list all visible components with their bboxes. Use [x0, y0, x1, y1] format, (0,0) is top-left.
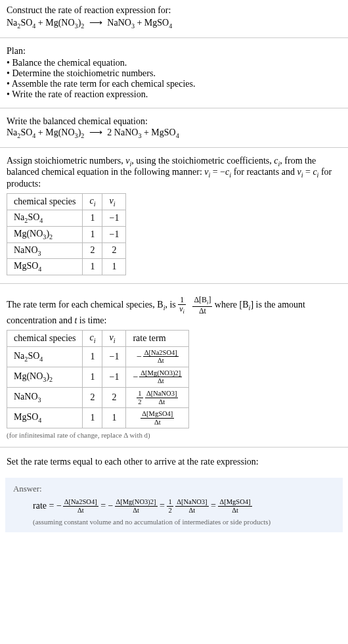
plus: +	[141, 127, 151, 137]
answer-label: Answer:	[13, 484, 335, 494]
cell-nui: −1	[102, 210, 126, 226]
reaction-arrow-icon: ⟶	[87, 17, 105, 28]
table-row: NaNO3 2 2 12 Δ[NaNO3]Δt	[7, 388, 189, 408]
col-rate-term: rate term	[126, 331, 189, 347]
col-species: chemical species	[7, 194, 83, 210]
balanced-section: Write the balanced chemical equation: Na…	[0, 111, 348, 145]
cell-ci: 1	[83, 226, 102, 242]
cell-species: NaNO3	[7, 242, 83, 259]
table-row: Na2SO4 1 −1 −Δ[Na2SO4]Δt	[7, 346, 189, 367]
assign-text: Assign stoichiometric numbers, νi, using…	[7, 156, 341, 190]
cell-ci: 1	[83, 259, 102, 275]
cell-species: NaNO3	[7, 388, 83, 408]
cell-nui: −1	[102, 367, 126, 387]
fraction-dBi-dt: Δ[Bi]Δt	[192, 296, 212, 315]
col-ci: ci	[83, 194, 102, 210]
fraction-half: 12	[137, 390, 142, 405]
cell-ci: 1	[83, 210, 102, 226]
table-header-row: chemical species ci νi rate term	[7, 331, 189, 347]
plan-heading: Plan:	[7, 46, 341, 57]
cell-nui: 2	[102, 388, 126, 408]
cell-rate-term: 12 Δ[NaNO3]Δt	[126, 388, 189, 408]
divider	[0, 447, 348, 448]
infinitesimal-note: (for infinitesimal rate of change, repla…	[7, 431, 341, 439]
cell-rate-term: −Δ[Na2SO4]Δt	[126, 346, 189, 367]
cell-ci: 1	[83, 346, 102, 367]
species-nano3: NaNO3	[107, 18, 135, 28]
table-header-row: chemical species ci νi	[7, 194, 126, 210]
cell-nui: 2	[102, 242, 126, 259]
cell-species: MgSO4	[7, 408, 83, 428]
cell-nui: 1	[102, 408, 126, 428]
divider	[0, 37, 348, 38]
table-row: Mg(NO3)2 1 −1 −Δ[Mg(NO3)2]Δt	[7, 367, 189, 387]
table-row: Mg(NO3)2 1 −1	[7, 226, 126, 242]
assign-section: Assign stoichiometric numbers, νi, using…	[0, 150, 348, 281]
species-nano3: NaNO3	[114, 127, 142, 137]
table-row: MgSO4 1 1 Δ[MgSO4]Δt	[7, 408, 189, 428]
col-species: chemical species	[7, 331, 83, 347]
cell-rate-term: −Δ[Mg(NO3)2]Δt	[126, 367, 189, 387]
plan-item: • Balance the chemical equation.	[7, 58, 341, 68]
answer-equation: rate = −Δ[Na2SO4]Δt = −Δ[Mg(NO3)2]Δt = 1…	[33, 498, 335, 514]
cell-ci: 1	[83, 408, 102, 428]
cell-species: Mg(NO3)2	[7, 367, 83, 387]
rate-term-section: The rate term for each chemical species,…	[0, 287, 348, 444]
plan-item: • Write the rate of reaction expression.	[7, 89, 341, 100]
reaction-arrow-icon: ⟶	[87, 127, 105, 138]
plan-item: • Determine the stoichiometric numbers.	[7, 68, 341, 79]
unbalanced-equation: Na2SO4 + Mg(NO3)2 ⟶ NaNO3 + MgSO4	[7, 17, 341, 30]
plus: +	[35, 18, 45, 28]
cell-species: MgSO4	[7, 259, 83, 275]
table-row: Na2SO4 1 −1	[7, 210, 126, 226]
table-row: MgSO4 1 1	[7, 259, 126, 275]
fraction-1-over-nui: 1νi	[178, 296, 186, 315]
cell-species: Na2SO4	[7, 346, 83, 367]
divider	[0, 108, 348, 108]
cell-nui: −1	[102, 346, 126, 367]
table-row: NaNO3 2 2	[7, 242, 126, 259]
set-terms-text: Set the rate terms equal to each other t…	[0, 451, 348, 472]
species-mgno32: Mg(NO3)2	[45, 127, 84, 137]
species-na2so4: Na2SO4	[7, 127, 35, 137]
balanced-equation: Na2SO4 + Mg(NO3)2 ⟶ 2 NaNO3 + MgSO4	[7, 127, 341, 139]
fraction-half: 12	[167, 498, 173, 514]
species-mgso4: MgSO4	[144, 18, 172, 28]
prompt-text: Construct the rate of reaction expressio…	[7, 5, 341, 16]
species-mgno32: Mg(NO3)2	[45, 18, 84, 28]
cell-species: Mg(NO3)2	[7, 226, 83, 242]
plus: +	[35, 127, 45, 137]
cell-ci: 1	[83, 367, 102, 387]
plus: +	[135, 18, 144, 28]
species-na2so4: Na2SO4	[7, 18, 35, 28]
answer-note: (assuming constant volume and no accumul…	[33, 518, 335, 526]
cell-ci: 2	[83, 388, 102, 408]
plan-section: Plan: • Balance the chemical equation. •…	[0, 41, 348, 105]
cell-species: Na2SO4	[7, 210, 83, 226]
answer-box: Answer: rate = −Δ[Na2SO4]Δt = −Δ[Mg(NO3)…	[5, 478, 343, 532]
header-section: Construct the rate of reaction expressio…	[0, 0, 348, 35]
rate-term-table: chemical species ci νi rate term Na2SO4 …	[7, 330, 189, 428]
plan-item: • Assemble the rate term for each chemic…	[7, 79, 341, 89]
divider	[0, 147, 348, 148]
col-ci: ci	[83, 331, 102, 347]
species-mgso4: MgSO4	[151, 127, 179, 137]
stoich-table: chemical species ci νi Na2SO4 1 −1 Mg(NO…	[7, 193, 126, 275]
col-nui: νi	[102, 194, 126, 210]
cell-nui: 1	[102, 259, 126, 275]
cell-nui: −1	[102, 226, 126, 242]
balanced-heading: Write the balanced chemical equation:	[7, 116, 341, 127]
divider	[0, 283, 348, 284]
cell-rate-term: Δ[MgSO4]Δt	[126, 408, 189, 428]
coef-2: 2	[107, 127, 114, 137]
rate-intro-text: The rate term for each chemical species,…	[7, 296, 341, 326]
col-nui: νi	[102, 331, 126, 347]
cell-ci: 2	[83, 242, 102, 259]
